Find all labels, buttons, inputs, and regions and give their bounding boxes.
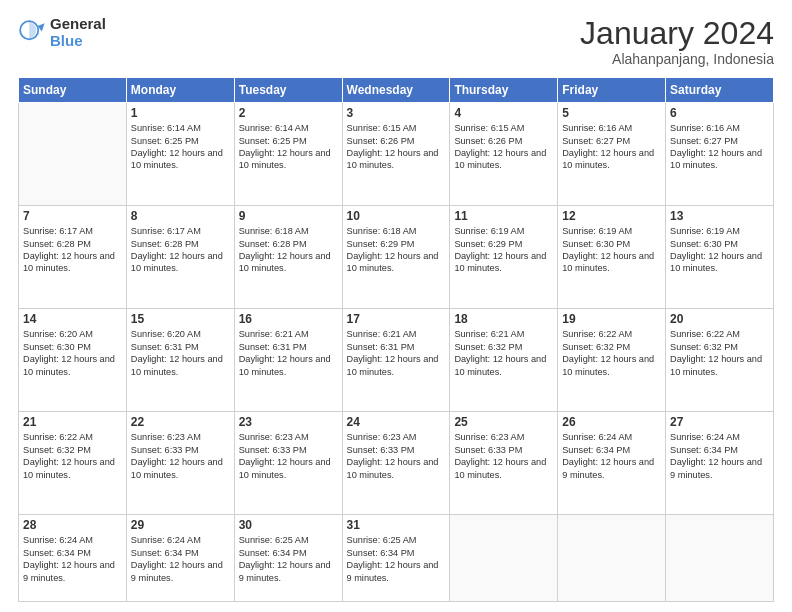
table-row: 27Sunrise: 6:24 AMSunset: 6:34 PMDayligh… [666,412,774,515]
table-row: 3Sunrise: 6:15 AMSunset: 6:26 PMDaylight… [342,103,450,206]
table-row: 5Sunrise: 6:16 AMSunset: 6:27 PMDaylight… [558,103,666,206]
day-number: 3 [347,106,446,120]
logo-icon [18,19,46,47]
header: General Blue January 2024 Alahanpanjang,… [18,16,774,67]
col-monday: Monday [126,78,234,103]
col-friday: Friday [558,78,666,103]
cell-details: Sunrise: 6:21 AMSunset: 6:32 PMDaylight:… [454,328,553,378]
table-row: 28Sunrise: 6:24 AMSunset: 6:34 PMDayligh… [19,515,127,602]
table-row: 24Sunrise: 6:23 AMSunset: 6:33 PMDayligh… [342,412,450,515]
day-number: 7 [23,209,122,223]
table-row: 25Sunrise: 6:23 AMSunset: 6:33 PMDayligh… [450,412,558,515]
day-number: 17 [347,312,446,326]
table-row: 11Sunrise: 6:19 AMSunset: 6:29 PMDayligh… [450,206,558,309]
table-row: 10Sunrise: 6:18 AMSunset: 6:29 PMDayligh… [342,206,450,309]
cell-details: Sunrise: 6:19 AMSunset: 6:30 PMDaylight:… [670,225,769,275]
cell-details: Sunrise: 6:23 AMSunset: 6:33 PMDaylight:… [131,431,230,481]
day-number: 23 [239,415,338,429]
table-row: 14Sunrise: 6:20 AMSunset: 6:30 PMDayligh… [19,309,127,412]
day-number: 30 [239,518,338,532]
cell-details: Sunrise: 6:19 AMSunset: 6:30 PMDaylight:… [562,225,661,275]
day-number: 1 [131,106,230,120]
calendar-week-row: 21Sunrise: 6:22 AMSunset: 6:32 PMDayligh… [19,412,774,515]
table-row: 2Sunrise: 6:14 AMSunset: 6:25 PMDaylight… [234,103,342,206]
day-number: 25 [454,415,553,429]
table-row: 15Sunrise: 6:20 AMSunset: 6:31 PMDayligh… [126,309,234,412]
table-row: 16Sunrise: 6:21 AMSunset: 6:31 PMDayligh… [234,309,342,412]
logo-general-text: General [50,16,106,33]
month-title: January 2024 [580,16,774,51]
table-row [19,103,127,206]
cell-details: Sunrise: 6:23 AMSunset: 6:33 PMDaylight:… [454,431,553,481]
day-number: 26 [562,415,661,429]
table-row: 4Sunrise: 6:15 AMSunset: 6:26 PMDaylight… [450,103,558,206]
col-tuesday: Tuesday [234,78,342,103]
cell-details: Sunrise: 6:25 AMSunset: 6:34 PMDaylight:… [347,534,446,584]
cell-details: Sunrise: 6:24 AMSunset: 6:34 PMDaylight:… [23,534,122,584]
table-row: 9Sunrise: 6:18 AMSunset: 6:28 PMDaylight… [234,206,342,309]
cell-details: Sunrise: 6:23 AMSunset: 6:33 PMDaylight:… [239,431,338,481]
day-number: 9 [239,209,338,223]
cell-details: Sunrise: 6:18 AMSunset: 6:29 PMDaylight:… [347,225,446,275]
cell-details: Sunrise: 6:22 AMSunset: 6:32 PMDaylight:… [23,431,122,481]
day-number: 8 [131,209,230,223]
cell-details: Sunrise: 6:15 AMSunset: 6:26 PMDaylight:… [454,122,553,172]
col-wednesday: Wednesday [342,78,450,103]
cell-details: Sunrise: 6:20 AMSunset: 6:31 PMDaylight:… [131,328,230,378]
day-number: 16 [239,312,338,326]
calendar-week-row: 7Sunrise: 6:17 AMSunset: 6:28 PMDaylight… [19,206,774,309]
cell-details: Sunrise: 6:24 AMSunset: 6:34 PMDaylight:… [670,431,769,481]
day-number: 20 [670,312,769,326]
calendar-week-row: 28Sunrise: 6:24 AMSunset: 6:34 PMDayligh… [19,515,774,602]
col-thursday: Thursday [450,78,558,103]
calendar-table: Sunday Monday Tuesday Wednesday Thursday… [18,77,774,602]
day-number: 12 [562,209,661,223]
day-number: 31 [347,518,446,532]
cell-details: Sunrise: 6:17 AMSunset: 6:28 PMDaylight:… [23,225,122,275]
cell-details: Sunrise: 6:14 AMSunset: 6:25 PMDaylight:… [239,122,338,172]
table-row: 31Sunrise: 6:25 AMSunset: 6:34 PMDayligh… [342,515,450,602]
day-number: 15 [131,312,230,326]
day-number: 18 [454,312,553,326]
table-row: 30Sunrise: 6:25 AMSunset: 6:34 PMDayligh… [234,515,342,602]
cell-details: Sunrise: 6:16 AMSunset: 6:27 PMDaylight:… [670,122,769,172]
day-number: 6 [670,106,769,120]
cell-details: Sunrise: 6:14 AMSunset: 6:25 PMDaylight:… [131,122,230,172]
table-row [450,515,558,602]
logo-text: General Blue [50,16,106,49]
cell-details: Sunrise: 6:24 AMSunset: 6:34 PMDaylight:… [562,431,661,481]
cell-details: Sunrise: 6:21 AMSunset: 6:31 PMDaylight:… [347,328,446,378]
day-number: 22 [131,415,230,429]
logo: General Blue [18,16,106,49]
calendar-week-row: 14Sunrise: 6:20 AMSunset: 6:30 PMDayligh… [19,309,774,412]
table-row: 17Sunrise: 6:21 AMSunset: 6:31 PMDayligh… [342,309,450,412]
table-row: 12Sunrise: 6:19 AMSunset: 6:30 PMDayligh… [558,206,666,309]
day-number: 29 [131,518,230,532]
table-row: 7Sunrise: 6:17 AMSunset: 6:28 PMDaylight… [19,206,127,309]
page: General Blue January 2024 Alahanpanjang,… [0,0,792,612]
cell-details: Sunrise: 6:24 AMSunset: 6:34 PMDaylight:… [131,534,230,584]
day-number: 10 [347,209,446,223]
table-row: 1Sunrise: 6:14 AMSunset: 6:25 PMDaylight… [126,103,234,206]
cell-details: Sunrise: 6:23 AMSunset: 6:33 PMDaylight:… [347,431,446,481]
table-row [558,515,666,602]
cell-details: Sunrise: 6:25 AMSunset: 6:34 PMDaylight:… [239,534,338,584]
calendar-week-row: 1Sunrise: 6:14 AMSunset: 6:25 PMDaylight… [19,103,774,206]
location-subtitle: Alahanpanjang, Indonesia [580,51,774,67]
cell-details: Sunrise: 6:22 AMSunset: 6:32 PMDaylight:… [562,328,661,378]
table-row: 6Sunrise: 6:16 AMSunset: 6:27 PMDaylight… [666,103,774,206]
title-block: January 2024 Alahanpanjang, Indonesia [580,16,774,67]
day-number: 19 [562,312,661,326]
day-number: 28 [23,518,122,532]
day-number: 13 [670,209,769,223]
cell-details: Sunrise: 6:22 AMSunset: 6:32 PMDaylight:… [670,328,769,378]
day-number: 11 [454,209,553,223]
table-row: 23Sunrise: 6:23 AMSunset: 6:33 PMDayligh… [234,412,342,515]
table-row: 19Sunrise: 6:22 AMSunset: 6:32 PMDayligh… [558,309,666,412]
cell-details: Sunrise: 6:20 AMSunset: 6:30 PMDaylight:… [23,328,122,378]
day-number: 5 [562,106,661,120]
table-row: 29Sunrise: 6:24 AMSunset: 6:34 PMDayligh… [126,515,234,602]
day-number: 14 [23,312,122,326]
table-row: 20Sunrise: 6:22 AMSunset: 6:32 PMDayligh… [666,309,774,412]
table-row: 22Sunrise: 6:23 AMSunset: 6:33 PMDayligh… [126,412,234,515]
